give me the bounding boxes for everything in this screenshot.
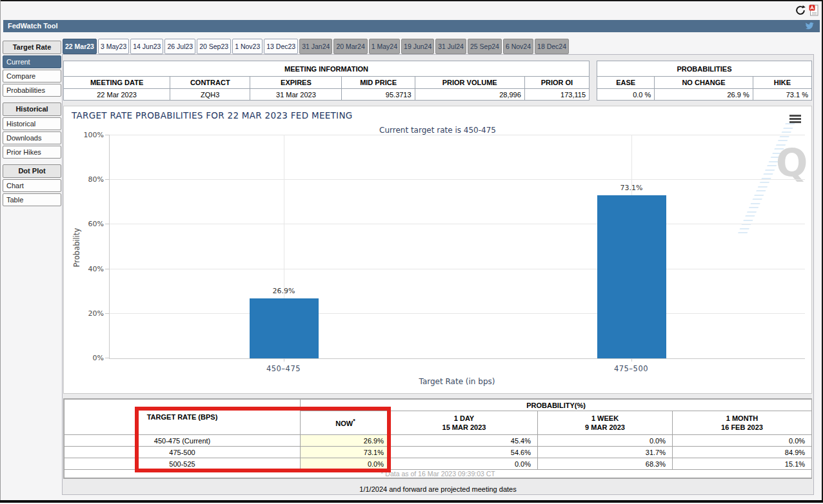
prob-cell: 73.1% (301, 447, 391, 458)
y-tick (105, 269, 110, 269)
bar-475-500[interactable] (597, 195, 666, 358)
refresh-icon[interactable] (795, 5, 806, 16)
sidebar-item-chart[interactable]: Chart (3, 179, 61, 192)
y-axis-title: Probability (72, 228, 81, 267)
table-group-header: PROBABILITIES (597, 61, 812, 77)
probabilities-summary-table: PROBABILITIESEASENO CHANGEHIKE0.0 %26.9 … (597, 61, 812, 101)
tab-18-dec24[interactable]: 18 Dec24 (535, 39, 569, 54)
tab-26-jul23[interactable]: 26 Jul23 (164, 39, 195, 54)
tab-25-sep24[interactable]: 25 Sep24 (468, 39, 502, 54)
tab-20-mar24[interactable]: 20 Mar24 (333, 39, 367, 54)
cell-prior-oi: 173,115 (524, 89, 589, 101)
cell-expires: 31 Mar 2023 (250, 89, 342, 101)
cell-mid-price: 95.3713 (342, 89, 415, 101)
page-border-top (0, 0, 823, 1)
column-header-mid-price: MID PRICE (342, 77, 415, 89)
pdf-export-icon[interactable] (809, 5, 818, 16)
tab-1-may24[interactable]: 1 May24 (369, 39, 400, 54)
y-tick-label: 100% (84, 131, 104, 139)
prob-cell: 0.0% (301, 458, 391, 470)
column-header-ease: EASE (597, 77, 655, 89)
sidebar-item-compare[interactable]: Compare (3, 70, 61, 82)
tab-3-may23[interactable]: 3 May23 (98, 39, 129, 54)
bar-value-label: 26.9% (250, 287, 319, 295)
gridline-y (110, 135, 805, 135)
cell-hike: 73.1 % (753, 89, 811, 101)
y-tick-label: 60% (88, 220, 104, 228)
sidebar-item-probabilities[interactable]: Probabilities (3, 84, 61, 97)
cell-prior-volume: 28,996 (415, 89, 524, 101)
probability-table: TARGET RATE (BPS)PROBABILITY(%)NOW*1 DAY… (64, 399, 812, 478)
row-label: 450-475 (Current) (64, 435, 301, 447)
x-category-label: 475–500 (586, 364, 677, 373)
prob-cell: 68.3% (538, 458, 673, 470)
data-as-of-footnote: * Data as of 16 Mar 2023 09:39:03 CT (64, 470, 812, 478)
meeting-information-table: MEETING INFORMATIONMEETING DATECONTRACTE… (63, 61, 590, 101)
column-header-expires: EXPIRES (250, 77, 342, 89)
chart-container: TARGET RATE PROBABILITIES FOR 22 MAR 202… (63, 106, 812, 394)
table-row: 500-5250.0%0.0%68.3%15.1% (64, 458, 812, 470)
content-panel: MEETING INFORMATIONMEETING DATECONTRACTE… (62, 54, 814, 495)
y-tick (105, 313, 110, 314)
sidebar-item-prior-hikes[interactable]: Prior Hikes (3, 146, 61, 159)
tab-13-dec23[interactable]: 13 Dec23 (264, 39, 298, 54)
cell-no-change: 26.9 % (655, 89, 753, 101)
probability-group-header: PROBABILITY(%) (301, 400, 812, 411)
prob-cell: 15.1% (673, 458, 812, 470)
tab-19-jun24[interactable]: 19 Jun24 (401, 39, 434, 54)
sidebar-header-historical[interactable]: Historical (3, 102, 61, 116)
y-tick (105, 135, 110, 135)
tab-1-nov23[interactable]: 1 Nov23 (232, 39, 263, 54)
prob-cell: 84.9% (673, 447, 812, 458)
prob-cell: 0.0% (538, 435, 673, 447)
x-axis-title: Target Rate (in bps) (109, 377, 805, 386)
tab-6-nov24[interactable]: 6 Nov24 (503, 39, 533, 54)
column-header-prior-volume: PRIOR VOLUME (415, 77, 524, 89)
y-axis-title-wrap: Probability (70, 135, 83, 359)
prob-cell: 54.6% (391, 447, 538, 458)
table-row: 450-475 (Current)26.9%45.4%0.0%0.0% (64, 435, 812, 447)
tab-20-sep23[interactable]: 20 Sep23 (197, 39, 231, 54)
meeting-tab-strip: 22 Mar233 May2314 Jun2326 Jul2320 Sep231… (63, 39, 569, 54)
prob-column-header-now: NOW* (301, 411, 391, 435)
tab-22-mar23[interactable]: 22 Mar23 (63, 39, 97, 54)
column-header-no-change: NO CHANGE (655, 77, 753, 89)
twitter-icon[interactable] (806, 22, 815, 30)
prob-cell: 0.0% (673, 435, 812, 447)
column-header-hike: HIKE (753, 77, 811, 89)
row-label: 475-500 (64, 447, 301, 458)
app-title: FedWatch Tool (8, 20, 58, 32)
x-tick (284, 358, 284, 362)
prob-column-header-1-month: 1 MONTH16 FEB 2023 (673, 411, 812, 435)
tab-14-jun23[interactable]: 14 Jun23 (130, 39, 163, 54)
prob-cell: 26.9% (301, 435, 391, 447)
plot-area: 0%20%40%60%80%100%26.9%450–47573.1%475–5… (109, 135, 805, 359)
sidebar-header-target-rate[interactable]: Target Rate (3, 41, 61, 54)
column-header-prior-oi: PRIOR OI (524, 77, 589, 89)
chart-subtitle: Current target rate is 450-475 (64, 126, 811, 135)
sidebar-item-downloads[interactable]: Downloads (3, 131, 61, 144)
table-row: 475-50073.1%54.6%31.7%84.9% (64, 447, 812, 458)
prob-cell: 45.4% (391, 435, 538, 447)
probability-table-container: TARGET RATE (BPS)PROBABILITY(%)NOW*1 DAY… (63, 398, 812, 479)
row-label: 500-525 (64, 458, 301, 470)
prob-column-header-1-day: 1 DAY15 MAR 2023 (391, 411, 538, 435)
tab-31-jul24[interactable]: 31 Jul24 (435, 39, 466, 54)
y-tick-label: 40% (88, 265, 104, 273)
gridline-y (110, 224, 805, 224)
x-tick (631, 358, 632, 362)
sidebar-item-historical[interactable]: Historical (3, 117, 61, 130)
projected-meetings-note: 1/1/2024 and forward are projected meeti… (63, 485, 813, 493)
table-group-header: MEETING INFORMATION (64, 61, 590, 77)
y-tick-label: 80% (88, 175, 104, 184)
bar-450-475[interactable] (250, 298, 319, 358)
sidebar-header-dot-plot[interactable]: Dot Plot (3, 164, 61, 178)
tab-31-jan24[interactable]: 31 Jan24 (299, 39, 332, 54)
page-border-left (0, 0, 1, 501)
x-category-label: 450–475 (239, 364, 329, 373)
chart-title: TARGET RATE PROBABILITIES FOR 22 MAR 202… (72, 110, 353, 121)
sidebar-item-table[interactable]: Table (3, 193, 61, 206)
window-toolbar (795, 5, 818, 16)
sidebar-item-current[interactable]: Current (3, 55, 61, 68)
gridline-y (110, 179, 805, 180)
